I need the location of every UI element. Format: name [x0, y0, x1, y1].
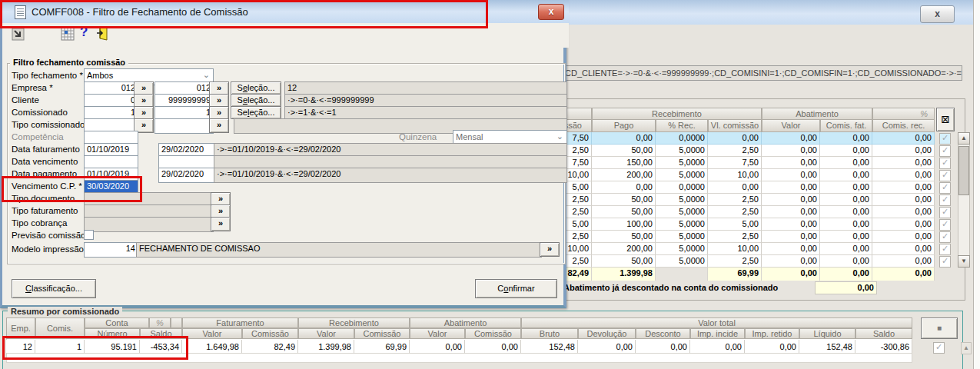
row-checkbox[interactable]: ✓	[939, 207, 951, 218]
grid-column-header[interactable]: Vl. comissão	[708, 119, 762, 132]
grid-cell[interactable]: 0,00	[872, 157, 935, 169]
grid-cell[interactable]: 0,00	[820, 218, 872, 231]
resumo-header-emp[interactable]: Emp.	[6, 317, 35, 339]
comissionado-selecao-button[interactable]: Seleção...	[231, 106, 281, 119]
grid-cell[interactable]: 0,00	[872, 231, 935, 243]
resumo-column-header[interactable]: Valor	[298, 328, 354, 339]
resumo-cell[interactable]: 152,48	[799, 340, 855, 354]
grid-cell[interactable]: 0,00	[872, 243, 935, 255]
grid-cell[interactable]: 0,00	[762, 218, 820, 231]
grid-cell[interactable]: 0,00	[762, 181, 820, 194]
resumo-column-header[interactable]: Líquido	[799, 328, 855, 339]
grid-cell[interactable]: 5,0000	[656, 194, 708, 206]
grid-cell[interactable]: 0,00	[820, 145, 872, 157]
grid-cell[interactable]: 0,00	[762, 145, 820, 157]
dialog-close-button[interactable]: x	[538, 4, 564, 20]
resumo-column-header[interactable]: Devolução	[578, 328, 636, 339]
grid-cell[interactable]: 0,00	[820, 231, 872, 243]
grid-cell[interactable]: 0,00	[762, 194, 820, 206]
grid-cell[interactable]: 5,00	[708, 218, 762, 231]
resumo-column-header[interactable]: Comissão	[242, 328, 298, 339]
resumo-cell[interactable]: 0,00	[636, 340, 690, 354]
resumo-column-header[interactable]: Comissão	[465, 328, 521, 339]
grid-cell[interactable]: 0,00	[592, 181, 656, 194]
grid-cell[interactable]: 50,00	[592, 145, 656, 157]
grid-cell[interactable]: 0,00	[592, 132, 656, 145]
row-checkbox[interactable]: ✓	[939, 219, 951, 231]
grid-column-header[interactable]: Comis. fat.	[820, 119, 872, 132]
resumo-cell[interactable]: 0,00	[745, 340, 799, 354]
resumo-cell[interactable]: 0,00	[578, 340, 636, 354]
tipo-comissionado-to-input[interactable]	[154, 118, 214, 134]
grid-cell[interactable]: 0,00	[762, 206, 820, 218]
grid-cell[interactable]: 100,00	[592, 218, 656, 231]
resumo-row-checkbox[interactable]: ✓	[933, 342, 945, 354]
grid-cell[interactable]: 0,00	[820, 206, 872, 218]
grid-cell[interactable]: 0,00	[872, 145, 935, 157]
resumo-cell[interactable]: 0,00	[410, 340, 465, 354]
grid-group-header[interactable]: Recebimento	[592, 108, 762, 120]
grid-cell[interactable]: 0,0000	[656, 132, 708, 145]
grid-cell[interactable]: 0,00	[872, 255, 935, 268]
grid-cell[interactable]: 5,0000	[656, 243, 708, 255]
modelo-impressao-lookup-button[interactable]: »	[540, 242, 560, 257]
resumo-column-header[interactable]: Imp. retido	[745, 328, 799, 339]
cliente-selecao-button[interactable]: Seleção...	[231, 94, 281, 107]
resumo-cell[interactable]: 82,49	[242, 340, 298, 354]
background-window-close-button[interactable]: x	[920, 5, 955, 23]
grid-cell[interactable]: 0,00	[762, 132, 820, 145]
resumo-cell[interactable]: 95.191	[85, 340, 140, 354]
tipo-comissionado-to-lookup-button[interactable]: »	[209, 118, 229, 133]
grid-cell[interactable]: 0,00	[762, 243, 820, 255]
grid-cell[interactable]: 2,50	[708, 145, 762, 157]
resumo-column-header[interactable]: Imp. incide	[690, 328, 745, 339]
row-checkbox[interactable]: ✓	[939, 170, 951, 181]
scroll-down-button[interactable]: ▼	[958, 255, 970, 268]
grid-cell[interactable]: 5,0000	[656, 231, 708, 243]
grid-cell[interactable]: 5,0000	[656, 218, 708, 231]
tipo-cobranca-lookup-button[interactable]: »	[211, 217, 231, 231]
grid-cell[interactable]: 0,00	[820, 157, 872, 169]
previsao-comissao-checkbox[interactable]	[84, 230, 94, 240]
resumo-column-header[interactable]: Saldo	[140, 328, 182, 339]
grid-cell[interactable]: 0,00	[762, 231, 820, 243]
grid-cell[interactable]: 7,50	[708, 157, 762, 169]
confirmar-button[interactable]: Confirmar	[475, 279, 557, 298]
grid-cell[interactable]: 0,00	[820, 181, 872, 194]
resumo-cell[interactable]: 1	[35, 340, 85, 354]
grid-cell[interactable]: 10,00	[708, 169, 762, 181]
grid-cell[interactable]: 0,00	[872, 169, 935, 181]
resumo-select-all-button[interactable]: ■	[921, 317, 958, 339]
grid-cell[interactable]: 200,00	[592, 169, 656, 181]
data-pagamento-to-input[interactable]: 29/02/2020	[158, 168, 215, 183]
grid-cell[interactable]: 0,00	[872, 218, 935, 231]
grid-cell[interactable]: 2,50	[708, 206, 762, 218]
resumo-column-header[interactable]: Saldo	[855, 328, 912, 339]
resumo-column-header[interactable]: Valor	[410, 328, 465, 339]
grid-cell[interactable]: 5,0000	[656, 157, 708, 169]
grid-cell[interactable]: 50,00	[592, 255, 656, 268]
resumo-group-recebimento[interactable]: Recebimento	[298, 317, 410, 328]
grid-cell[interactable]: 5,0000	[656, 255, 708, 268]
grid-cell[interactable]: 0,00	[820, 132, 872, 145]
resumo-group-faturamento[interactable]: Faturamento	[182, 317, 298, 328]
row-checkbox[interactable]: ✓	[939, 182, 951, 194]
grid-cell[interactable]: 10,00	[708, 243, 762, 255]
resumo-cell[interactable]: -453,34	[140, 340, 182, 354]
resumo-group-valor-total[interactable]: Valor total	[521, 317, 912, 328]
grid-cell[interactable]: 0,00	[872, 181, 935, 194]
resumo-scroll-up-button[interactable]: ▲	[961, 342, 972, 354]
grid-cell[interactable]: 5,0000	[656, 169, 708, 181]
grid-cell[interactable]: 0,00	[820, 169, 872, 181]
execute-icon[interactable]	[12, 28, 25, 41]
grid-cell[interactable]: 0,00	[820, 194, 872, 206]
row-checkbox[interactable]: ✓	[939, 231, 951, 243]
resumo-cell[interactable]: 12	[6, 340, 35, 354]
row-checkbox[interactable]: ✓	[939, 194, 951, 206]
row-checkbox[interactable]: ✓	[939, 158, 951, 169]
grid-cell[interactable]: 0,00	[872, 206, 935, 218]
row-checkbox[interactable]: ✓	[939, 133, 951, 145]
resumo-cell[interactable]: 152,48	[521, 340, 578, 354]
grid-cell[interactable]: 0,00	[820, 255, 872, 268]
row-checkbox[interactable]: ✓	[939, 145, 951, 157]
